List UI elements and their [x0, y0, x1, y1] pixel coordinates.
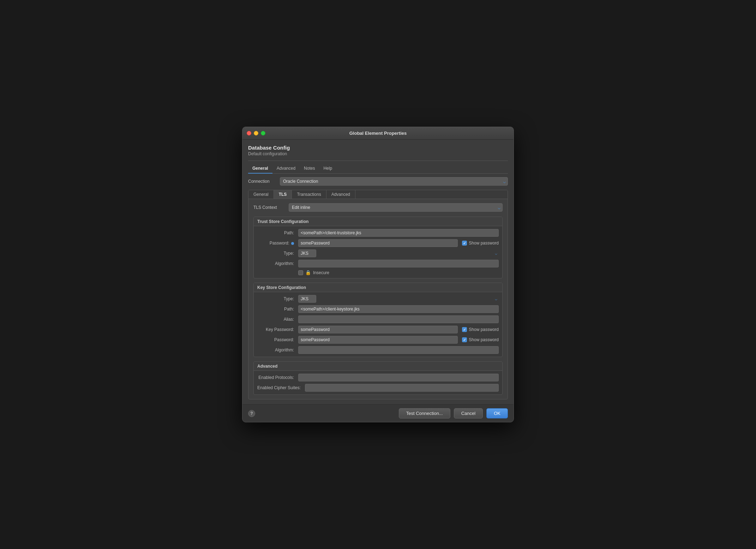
tab-notes-top[interactable]: Notes: [300, 164, 319, 174]
key-store-type-select-wrapper: JKS ⌵: [298, 295, 499, 303]
titlebar: Global Element Properties: [242, 127, 514, 140]
key-store-algorithm-row: Algorithm:: [257, 346, 499, 354]
enabled-protocols-label: Enabled Protocols:: [257, 375, 296, 380]
advanced-fields: Enabled Protocols: Enabled Cipher Suites…: [254, 371, 502, 394]
enabled-cipher-row: Enabled Cipher Suites:: [257, 384, 499, 392]
tab-tls-inner[interactable]: TLS: [274, 190, 292, 199]
trust-store-title: Trust Store Configuration: [254, 217, 502, 226]
tab-general-inner[interactable]: General: [248, 190, 274, 199]
traffic-lights: [247, 131, 265, 135]
trust-store-password-label: Password:: [257, 241, 296, 246]
key-store-show-password-checkbox[interactable]: [462, 337, 467, 342]
trust-store-type-select-wrapper: JKS ⌵: [298, 249, 499, 257]
key-store-section: Key Store Configuration Type: JKS ⌵: [253, 283, 503, 357]
key-store-key-password-input[interactable]: [298, 326, 458, 333]
tls-context-select[interactable]: Edit inline: [289, 203, 503, 212]
db-config-subtitle: Default configuration: [248, 151, 508, 156]
cancel-button[interactable]: Cancel: [454, 408, 483, 418]
header-divider: [248, 161, 508, 161]
trust-store-type-arrow-icon: ⌵: [495, 251, 497, 256]
dialog-title: Global Element Properties: [349, 131, 407, 136]
inner-tabs: General TLS Transactions Advanced: [248, 190, 508, 199]
trust-store-path-row: Path:: [257, 229, 499, 237]
advanced-section: Advanced Enabled Protocols: Enabled Ciph…: [253, 361, 503, 395]
key-store-password-row: Password: Show password: [257, 336, 499, 344]
connection-label: Connection: [248, 179, 276, 184]
tab-transactions-inner[interactable]: Transactions: [292, 190, 326, 199]
connection-select[interactable]: Oracle Connection: [280, 177, 508, 186]
tls-context-label: TLS Context: [253, 205, 285, 210]
insecure-checkbox[interactable]: [298, 270, 303, 275]
key-store-path-input[interactable]: [298, 305, 499, 313]
key-store-key-show-password-wrapper: Show password: [462, 327, 499, 332]
key-store-show-password-wrapper: Show password: [462, 337, 499, 342]
key-store-path-label: Path:: [257, 307, 296, 312]
trust-store-password-row: Password: Show password: [257, 239, 499, 247]
key-store-type-row: Type: JKS ⌵: [257, 295, 499, 303]
key-store-alias-row: Alias:: [257, 315, 499, 323]
insecure-label: Insecure: [313, 270, 329, 275]
key-store-title: Key Store Configuration: [254, 283, 502, 292]
key-store-algorithm-input[interactable]: [298, 346, 499, 354]
enabled-protocols-row: Enabled Protocols:: [257, 374, 499, 381]
maximize-button[interactable]: [261, 131, 265, 135]
key-store-path-row: Path:: [257, 305, 499, 313]
trust-store-type-label: Type:: [257, 251, 296, 256]
trust-store-show-password-label[interactable]: Show password: [469, 241, 499, 246]
tab-advanced-inner[interactable]: Advanced: [326, 190, 355, 199]
tab-general-top[interactable]: General: [248, 164, 272, 174]
trust-store-password-input[interactable]: [298, 239, 458, 247]
trust-store-path-input[interactable]: [298, 229, 499, 237]
trust-store-type-row: Type: JKS ⌵: [257, 249, 499, 257]
footer-buttons: Test Connection... Cancel OK: [399, 408, 508, 418]
trust-store-section: Trust Store Configuration Path: Password…: [253, 217, 503, 278]
help-icon[interactable]: ?: [248, 410, 255, 417]
ok-button[interactable]: OK: [486, 408, 508, 418]
trust-store-insecure-row: 🔒 Insecure: [257, 270, 499, 275]
tls-context-select-wrapper: Edit inline ⌵: [289, 203, 503, 212]
close-button[interactable]: [247, 131, 251, 135]
tab-help-top[interactable]: Help: [319, 164, 336, 174]
connection-row: Connection Oracle Connection ⌵: [248, 177, 508, 186]
top-tabs: General Advanced Notes Help: [248, 164, 508, 174]
dialog-body: Database Config Default configuration Ge…: [242, 140, 514, 404]
trust-store-algorithm-row: Algorithm:: [257, 260, 499, 267]
key-store-key-show-password-label[interactable]: Show password: [469, 327, 499, 332]
enabled-cipher-label: Enabled Cipher Suites:: [257, 385, 303, 390]
dialog-window: Global Element Properties Database Confi…: [242, 127, 514, 422]
password-info-dot: [291, 242, 294, 245]
key-store-key-show-password-checkbox[interactable]: [462, 327, 467, 332]
trust-store-algorithm-label: Algorithm:: [257, 261, 296, 266]
dialog-footer: ? Test Connection... Cancel OK: [242, 404, 514, 422]
key-store-show-password-label[interactable]: Show password: [469, 337, 499, 342]
advanced-section-title: Advanced: [254, 362, 502, 371]
trust-store-path-label: Path:: [257, 230, 296, 235]
key-store-algorithm-label: Algorithm:: [257, 348, 296, 352]
enabled-protocols-input[interactable]: [298, 374, 499, 381]
key-store-type-arrow-icon: ⌵: [495, 296, 497, 301]
enabled-cipher-input[interactable]: [305, 384, 499, 392]
trust-store-show-password-wrapper: Show password: [462, 241, 499, 246]
trust-store-algorithm-input[interactable]: [298, 260, 499, 267]
tab-advanced-top[interactable]: Advanced: [272, 164, 300, 174]
trust-store-type-select[interactable]: JKS: [298, 249, 316, 257]
key-store-key-password-row: Key Password: Show password: [257, 326, 499, 333]
lock-icon: 🔒: [305, 270, 311, 275]
key-store-type-label: Type:: [257, 296, 296, 301]
key-store-alias-input[interactable]: [298, 315, 499, 323]
minimize-button[interactable]: [254, 131, 258, 135]
inner-panel: General TLS Transactions Advanced TLS Co…: [248, 190, 508, 399]
key-store-type-select[interactable]: JKS: [298, 295, 316, 303]
connection-select-wrapper: Oracle Connection ⌵: [280, 177, 508, 186]
key-store-key-password-label: Key Password:: [257, 327, 296, 332]
test-connection-button[interactable]: Test Connection...: [399, 408, 450, 418]
key-store-alias-label: Alias:: [257, 317, 296, 322]
trust-store-show-password-checkbox[interactable]: [462, 241, 467, 246]
trust-store-fields: Path: Password: Show password: [254, 226, 502, 278]
inner-content: TLS Context Edit inline ⌵ Trust Store Co…: [248, 199, 508, 399]
key-store-password-input[interactable]: [298, 336, 458, 344]
tls-context-row: TLS Context Edit inline ⌵: [253, 203, 503, 212]
db-config-title: Database Config: [248, 145, 508, 151]
footer-left: ?: [248, 410, 255, 417]
key-store-fields: Type: JKS ⌵ Path:: [254, 292, 502, 357]
